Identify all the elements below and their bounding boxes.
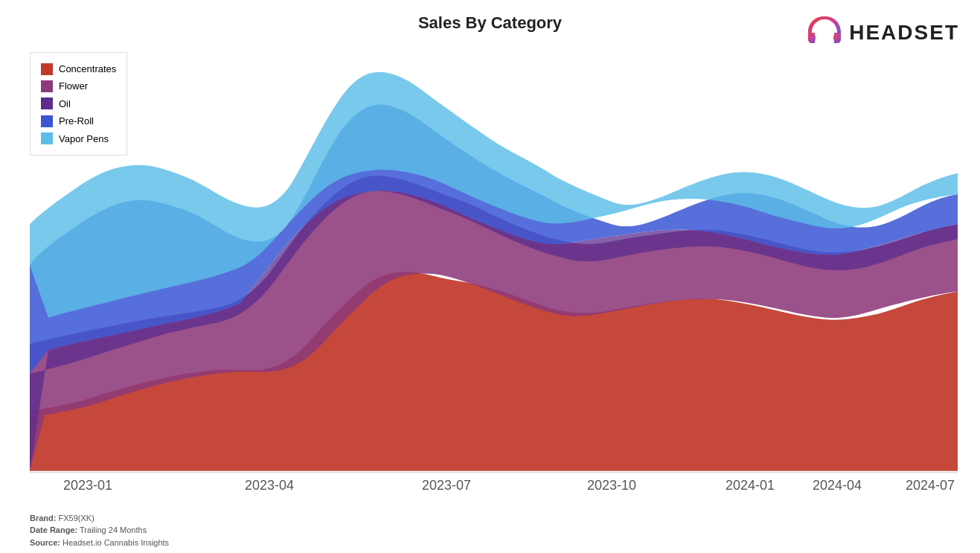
brand-label: Brand: bbox=[30, 514, 56, 522]
svg-point-0 bbox=[808, 33, 816, 43]
svg-text:2024-01: 2024-01 bbox=[726, 478, 775, 493]
svg-text:2024-07: 2024-07 bbox=[906, 478, 955, 493]
svg-text:2023-01: 2023-01 bbox=[63, 478, 112, 493]
date-range-label: Date Range: bbox=[30, 525, 77, 534]
svg-text:2023-10: 2023-10 bbox=[587, 478, 636, 493]
source-value: Headset.io Cannabis Insights bbox=[63, 538, 169, 547]
brand-value: FX59(XK) bbox=[59, 514, 95, 522]
svg-text:2023-07: 2023-07 bbox=[422, 478, 471, 493]
chart-area: 2023-01 2023-04 2023-07 2023-10 2024-01 … bbox=[30, 45, 958, 493]
svg-point-1 bbox=[833, 33, 841, 43]
source-label: Source: bbox=[30, 538, 60, 547]
svg-text:2023-04: 2023-04 bbox=[245, 478, 294, 493]
svg-text:2024-04: 2024-04 bbox=[813, 478, 862, 493]
footer-info: Brand: FX59(XK) Date Range: Trailing 24 … bbox=[30, 512, 169, 549]
chart-container: HEADSET Sales By Category Concentrates F… bbox=[0, 0, 980, 553]
chart-svg: 2023-01 2023-04 2023-07 2023-10 2024-01 … bbox=[30, 45, 958, 493]
date-range-value: Trailing 24 Months bbox=[80, 525, 147, 534]
logo-text: HEADSET bbox=[849, 21, 959, 45]
